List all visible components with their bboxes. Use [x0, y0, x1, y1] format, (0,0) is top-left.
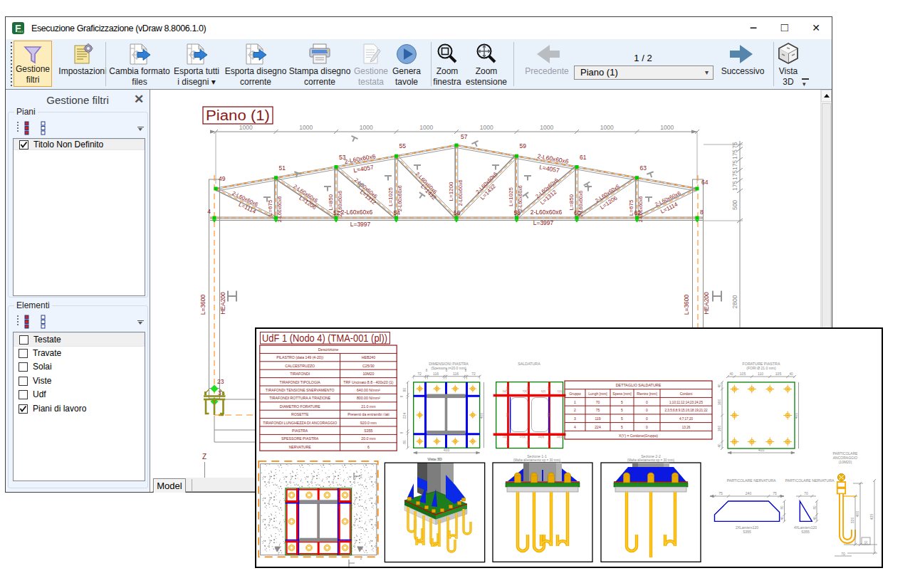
svg-text:40: 40: [780, 516, 784, 520]
svg-text:175: 175: [731, 160, 738, 170]
svg-text:5: 5: [621, 400, 623, 404]
svg-text:80: 80: [813, 505, 817, 510]
svg-text:8: 8: [400, 395, 404, 397]
svg-text:HEB240: HEB240: [362, 355, 375, 359]
svg-text:10M20: 10M20: [362, 372, 374, 376]
svg-text:21.0 mm: 21.0 mm: [361, 404, 375, 409]
svg-text:Sezione 2-2: Sezione 2-2: [641, 454, 661, 458]
svg-text:0: 0: [646, 408, 648, 412]
svg-text:L=4057: L=4057: [353, 164, 375, 174]
svg-text:70: 70: [841, 552, 845, 556]
svg-text:Piano (1): Piano (1): [206, 107, 270, 123]
svg-text:L=3600: L=3600: [683, 294, 690, 315]
svg-text:DETTAGLIO SALDATURE: DETTAGLIO SALDATURE: [616, 383, 662, 387]
svg-text:HEA200: HEA200: [703, 292, 710, 315]
svg-text:400: 400: [758, 448, 765, 452]
svg-text:TIRAFONDI ROTTURA A TRAZIONE: TIRAFONDI ROTTURA A TRAZIONE: [269, 396, 331, 400]
svg-text:S355: S355: [743, 530, 751, 534]
svg-text:L=3997: L=3997: [350, 221, 371, 228]
svg-text:70: 70: [596, 400, 600, 404]
svg-text:40: 40: [789, 372, 793, 376]
svg-text:64: 64: [701, 179, 709, 186]
svg-text:L=4057: L=4057: [539, 164, 560, 174]
svg-text:L=3600: L=3600: [199, 294, 207, 315]
svg-text:2-L60x60x6: 2-L60x60x6: [530, 209, 563, 216]
svg-text:2-L60x60x6: 2-L60x60x6: [398, 185, 403, 211]
svg-text:(Malta allettamento sp = 30 mm: (Malta allettamento sp = 30 mm): [627, 458, 674, 462]
svg-text:80: 80: [402, 440, 407, 444]
svg-text:119: 119: [595, 416, 601, 421]
svg-text:L=3997: L=3997: [533, 219, 554, 226]
svg-text:0: 0: [646, 400, 648, 404]
svg-text:2(2): 2(2): [506, 441, 509, 445]
svg-text:2(2): 2(2): [527, 441, 530, 445]
svg-text:500: 500: [731, 200, 738, 210]
svg-text:20(3): 20(3): [538, 436, 544, 439]
svg-text:NERVATURE: NERVATURE: [289, 445, 312, 449]
svg-text:TIRAFONDI: TIRAFONDI: [290, 372, 310, 376]
svg-text:8: 8: [700, 209, 704, 216]
svg-text:116: 116: [453, 372, 459, 376]
svg-text:75: 75: [773, 491, 777, 495]
svg-text:(Spessore t=20.0 mm): (Spessore t=20.0 mm): [431, 366, 466, 370]
svg-text:S355: S355: [364, 429, 372, 433]
svg-text:75: 75: [596, 408, 600, 412]
svg-text:0: 0: [646, 416, 648, 421]
svg-text:400: 400: [479, 413, 483, 419]
svg-text:49: 49: [219, 175, 226, 182]
svg-text:PIASTRA: PIASTRA: [292, 429, 308, 433]
svg-text:20.0 mm: 20.0 mm: [361, 436, 375, 441]
svg-text:400: 400: [444, 448, 450, 452]
svg-text:4XLamierx120: 4XLamierx120: [794, 525, 817, 530]
svg-text:2(2): 2(2): [506, 413, 509, 417]
svg-text:2(2): 2(2): [548, 413, 550, 417]
svg-text:75: 75: [731, 142, 738, 149]
svg-text:L=1025: L=1025: [508, 187, 515, 206]
svg-text:240: 240: [746, 491, 752, 495]
svg-text:Rientro [mm]: Rientro [mm]: [637, 392, 657, 396]
svg-text:224: 224: [595, 425, 601, 429]
svg-text:320: 320: [850, 518, 854, 524]
svg-text:1000: 1000: [660, 124, 674, 131]
svg-text:8: 8: [400, 431, 404, 434]
svg-text:63: 63: [640, 164, 647, 172]
svg-text:40: 40: [813, 516, 817, 520]
svg-text:2(2): 2(2): [548, 441, 550, 445]
svg-text:L=1025: L=1025: [388, 187, 394, 206]
svg-text:800.00 N/mm²: 800.00 N/mm²: [357, 396, 380, 400]
svg-text:17(3): 17(3): [520, 436, 526, 439]
svg-text:0: 0: [646, 425, 648, 429]
svg-text:Sezione 1-1: Sezione 1-1: [527, 454, 547, 458]
svg-text:(FORI Ø 21.0 mm): (FORI Ø 21.0 mm): [746, 366, 776, 370]
svg-text:224: 224: [402, 413, 407, 419]
svg-text:5: 5: [621, 408, 623, 412]
svg-text:2(2): 2(2): [527, 387, 530, 391]
svg-text:Gruppo: Gruppo: [569, 392, 581, 396]
svg-text:50: 50: [864, 540, 868, 545]
svg-text:ROSETTE: ROSETTE: [291, 412, 309, 416]
svg-text:175: 175: [731, 181, 738, 191]
svg-text:1: 1: [574, 400, 576, 404]
svg-text:1000: 1000: [540, 124, 553, 131]
svg-text:3: 3: [574, 416, 576, 421]
svg-text:6: 6: [367, 445, 370, 449]
svg-text:2(2): 2(2): [506, 387, 509, 391]
svg-text:1000: 1000: [360, 124, 373, 131]
svg-text:4: 4: [574, 425, 576, 429]
svg-text:L=850: L=850: [568, 194, 575, 210]
svg-text:640.00 N/mm²: 640.00 N/mm²: [357, 388, 380, 392]
svg-text:(Malta allettamento sp = 30 mm: (Malta allettamento sp = 30 mm): [513, 458, 560, 462]
svg-text:80: 80: [780, 505, 784, 510]
svg-text:75: 75: [718, 491, 723, 495]
svg-text:TIRAFONDI LUNGHEZZA DI ANCORAG: TIRAFONDI LUNGHEZZA DI ANCORAGGIO: [263, 421, 337, 425]
svg-text:C25/30: C25/30: [362, 364, 375, 368]
svg-text:2XLamierx120: 2XLamierx120: [736, 525, 758, 530]
svg-text:5: 5: [621, 416, 623, 421]
svg-text:1000: 1000: [480, 124, 493, 131]
svg-text:175: 175: [731, 170, 738, 180]
svg-text:2-L60x60x6: 2-L60x60x6: [578, 191, 583, 217]
svg-text:110: 110: [758, 372, 763, 376]
svg-text:435: 435: [869, 514, 874, 520]
svg-text:L=675: L=675: [268, 199, 274, 216]
svg-text:(10M20): (10M20): [839, 460, 852, 464]
